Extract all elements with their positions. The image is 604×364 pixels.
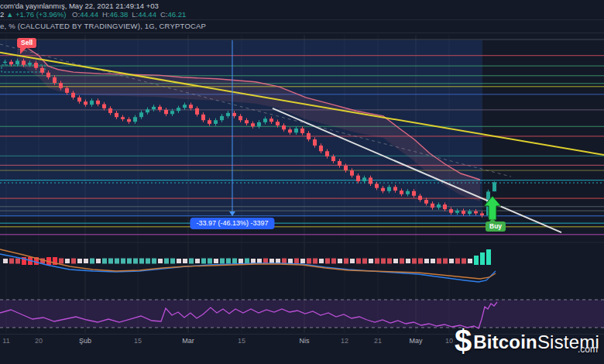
oscillator-bar bbox=[282, 259, 287, 264]
oscillator-bar bbox=[276, 259, 280, 263]
candle-body bbox=[300, 129, 304, 133]
candle-body bbox=[387, 187, 391, 191]
x-axis-label: 20 bbox=[35, 337, 43, 345]
candle-body bbox=[325, 151, 329, 156]
oscillator-bar bbox=[269, 259, 274, 263]
candle-body bbox=[492, 182, 496, 191]
oscillator-bar bbox=[424, 259, 429, 263]
candle-body bbox=[77, 98, 81, 101]
oscillator-bar bbox=[239, 259, 243, 263]
measure-tool-label[interactable]: -33.97 (-46.13%) -3397 bbox=[190, 218, 274, 229]
oscillator-bar bbox=[170, 259, 175, 264]
candle-body bbox=[282, 125, 286, 129]
ohlc-value: 46.38 bbox=[109, 10, 128, 19]
published-timestamp: com'da yayınlanmış, May 22, 2021 21:49:1… bbox=[0, 2, 159, 10]
candle-body bbox=[251, 123, 255, 126]
tradingview-chart-screenshot: com'da yayınlanmış, May 22, 2021 21:49:1… bbox=[0, 0, 604, 364]
candle-body bbox=[115, 113, 118, 117]
ohlc-label: C: bbox=[160, 10, 168, 19]
oscillator-bar bbox=[127, 259, 132, 264]
candle-body bbox=[183, 105, 187, 108]
candle-body bbox=[412, 191, 416, 196]
oscillator-bar bbox=[480, 252, 485, 265]
oscillator-bar bbox=[455, 259, 460, 264]
candle-body bbox=[418, 196, 422, 200]
candle-body bbox=[443, 204, 447, 209]
buy-signal-badge: Buy bbox=[486, 221, 506, 232]
candle-body bbox=[356, 176, 360, 181]
oscillator-bar bbox=[164, 259, 169, 264]
candle-body bbox=[468, 211, 472, 214]
candle-body bbox=[331, 156, 335, 161]
oscillator-bar bbox=[338, 259, 342, 263]
indicator-title[interactable]: e, % (CALCULATED BY TRADINGVIEW), 1G, CR… bbox=[0, 22, 206, 30]
candle-body bbox=[369, 177, 372, 184]
candle-body bbox=[96, 101, 100, 105]
oscillator-bar bbox=[90, 259, 94, 264]
candle-body bbox=[22, 60, 26, 64]
oscillator-bar bbox=[257, 259, 262, 263]
oscillator-bar bbox=[375, 259, 379, 264]
candle-body bbox=[146, 109, 149, 112]
oscillator-bar bbox=[288, 259, 293, 263]
candle-body bbox=[449, 209, 453, 213]
x-axis-label: 12 bbox=[341, 337, 348, 345]
candle-body bbox=[406, 191, 410, 194]
candle-body bbox=[59, 83, 63, 88]
ohlc-value: 46.21 bbox=[167, 10, 186, 19]
candle-body bbox=[400, 191, 403, 194]
oscillator-bar bbox=[344, 259, 348, 264]
candle-body bbox=[108, 108, 112, 113]
candle-body bbox=[294, 129, 298, 132]
oscillator-bar bbox=[418, 259, 423, 264]
oscillator-bar bbox=[431, 259, 435, 263]
candle-body bbox=[474, 211, 478, 214]
sell-signal-badge: Sell bbox=[17, 38, 36, 48]
x-axis-label: Şub bbox=[79, 337, 91, 345]
oscillator-bar bbox=[139, 259, 144, 264]
oscillator-bar bbox=[220, 259, 225, 264]
ohlc-values: O:44.44H:46.38L:44.44C:46.21 bbox=[68, 10, 186, 19]
oscillator-bar bbox=[96, 259, 101, 263]
oscillator-bar bbox=[331, 259, 336, 264]
x-axis-label: May bbox=[409, 337, 422, 345]
oscillator-bar bbox=[462, 259, 466, 264]
candle-body bbox=[375, 184, 379, 187]
candle-body bbox=[462, 211, 465, 214]
oscillator-bar bbox=[486, 249, 491, 265]
chart-canvas[interactable] bbox=[0, 0, 604, 364]
oscillator-bar bbox=[381, 259, 386, 264]
candle-body bbox=[9, 62, 13, 64]
candle-body bbox=[127, 119, 131, 122]
candle-body bbox=[152, 107, 156, 109]
candle-body bbox=[71, 93, 75, 98]
x-axis-label: 10 bbox=[445, 337, 453, 345]
candle-body bbox=[189, 105, 193, 108]
oscillator-bar bbox=[232, 259, 237, 264]
ohlc-label: O: bbox=[72, 10, 80, 19]
candle-body bbox=[480, 213, 484, 215]
site-watermark: $ BitcoinSistemi .com bbox=[455, 325, 599, 356]
candle-body bbox=[307, 133, 311, 139]
oscillator-bar bbox=[158, 259, 163, 263]
oscillator-bar bbox=[195, 259, 200, 263]
oscillator-bar bbox=[245, 259, 249, 264]
candle-body bbox=[424, 200, 428, 204]
x-axis-label: 15 bbox=[134, 337, 142, 345]
oscillator-bar bbox=[406, 259, 410, 263]
x-axis-label: Nis bbox=[300, 337, 310, 345]
candle-body bbox=[257, 122, 261, 126]
candle-body bbox=[431, 204, 434, 208]
oscillator-bar bbox=[325, 259, 330, 264]
candle-body bbox=[15, 60, 19, 64]
price-change-row[interactable]: 2 ▲ +1.76 (+3.96%) O:44.44H:46.38L:44.44… bbox=[0, 10, 186, 19]
oscillator-bar bbox=[3, 259, 8, 263]
oscillator-bar bbox=[152, 259, 156, 264]
measure-box[interactable] bbox=[0, 40, 482, 216]
oscillator-bar bbox=[102, 259, 107, 264]
x-axis-label: 15 bbox=[238, 337, 245, 345]
candle-body bbox=[362, 177, 366, 181]
candle-body bbox=[455, 211, 459, 213]
oscillator-bar bbox=[350, 259, 355, 263]
candle-body bbox=[338, 161, 341, 166]
